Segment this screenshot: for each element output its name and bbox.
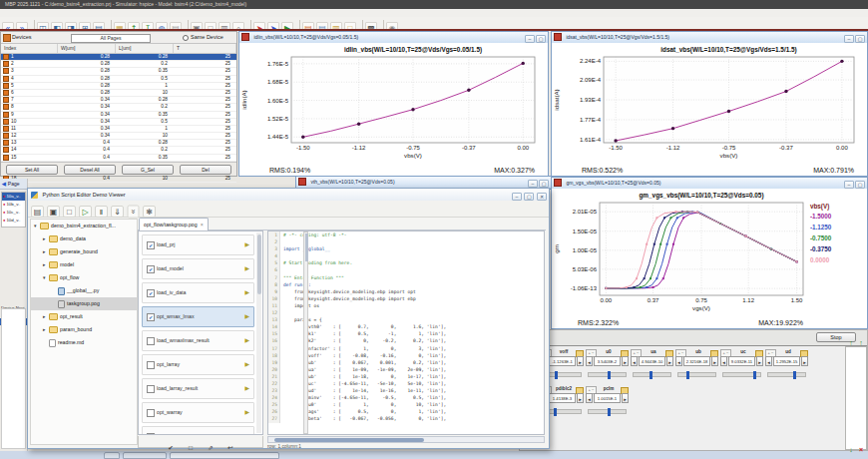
task-checkbox[interactable]: ✔ [147,313,155,321]
table-row[interactable]: 90.340.3525 [1,112,236,119]
table-row[interactable]: 180.41025 [1,176,236,183]
tuner-slider[interactable] [677,372,716,377]
desel-all-button[interactable]: Desel All [64,165,116,175]
task-apply-tasks-icon[interactable]: ✔ [161,442,181,453]
tree-item-generate-bound[interactable]: ▸generate_bound [31,245,137,258]
page-list-item[interactable]: ●10b_v.. [2,201,25,209]
task-load_prj[interactable]: ✔load_prj▶ [142,234,254,255]
collapse-left-icon[interactable]: ◀ [0,181,8,187]
minimize-button[interactable]: – [528,180,538,188]
slider-thumb[interactable] [554,408,557,416]
same-device-radio[interactable] [183,35,189,41]
tuner-decrease-button[interactable]: ◂ [675,356,682,366]
tuner-decrease-button[interactable]: ◂ [586,393,593,403]
move-up-icon[interactable]: ↑ [846,339,856,346]
page-list-item[interactable]: ●10a_v.. [2,193,25,201]
g-sel-button[interactable]: G_Sel [122,165,174,175]
table-row[interactable]: 150.40.3525 [1,155,236,162]
table-row[interactable]: 40.280.525 [1,76,236,83]
task-opt_warray[interactable]: opt_warray▶ [142,402,254,423]
tab-close-icon[interactable]: × [201,222,204,228]
remove-icon[interactable]: × [856,446,866,453]
tree-item-opt-result[interactable]: ▸opt_result [31,310,137,323]
task-load_model[interactable]: ✔load_model▶ [142,258,254,279]
page-list-item[interactable]: ●10d_v.. [2,217,25,225]
table-row[interactable]: 60.281025 [1,90,236,97]
slider-thumb[interactable] [753,371,756,379]
task-checkbox[interactable]: ✔ [147,289,155,297]
slider-thumb[interactable] [793,371,796,379]
run-task-icon[interactable]: ▶ [244,403,249,422]
tuner-increase-button[interactable]: ▸ [577,356,584,366]
task-checkbox[interactable]: ✔ [147,241,155,249]
tuner-increase-button[interactable]: ▸ [801,356,808,366]
tuner-value[interactable]: 4.9443E-10 [639,356,665,366]
table-row[interactable]: 50.28125 [1,83,236,90]
run-task-icon[interactable]: ▶ [244,379,249,398]
move-down-icon[interactable]: ↓ [846,446,856,453]
maximize-button[interactable]: ▢ [855,35,865,43]
code-horizontal-scrollbar[interactable] [267,436,545,443]
slider-thumb[interactable] [650,371,652,379]
table-row[interactable]: 80.340.225 [1,104,236,111]
minimize-button[interactable]: – [844,35,854,43]
run-task-icon[interactable]: ▶ [244,259,249,278]
task-checkbox[interactable]: ✔ [147,265,155,273]
maximize-button[interactable]: ▢ [524,193,534,201]
code-vertical-scrollbar[interactable] [303,231,308,434]
task-opt_larray[interactable]: opt_larray▶ [142,354,254,375]
tree-item-readme-md[interactable]: readme.md [31,336,137,349]
tab-taskgroup[interactable]: opt_flow/taskgroup.pog× [139,218,209,230]
table-row[interactable]: 120.341025 [1,133,236,140]
move-top-icon[interactable]: ↑ [856,339,866,346]
table-row[interactable]: 30.280.3525 [1,68,236,75]
task-undo-tasks-icon[interactable]: ↩ [220,442,240,453]
minimize-button[interactable]: – [512,193,522,201]
editor-settings-icon[interactable]: ✱ [143,206,156,218]
tree-item-model[interactable]: ▸model [31,258,137,271]
tree-item--global-py[interactable]: __global__.py [31,284,137,297]
maximize-button[interactable]: ▢ [855,181,865,189]
editor-new-script-icon[interactable]: □ [63,206,76,218]
task-load_wmaxlmax_result[interactable]: load_wmaxlmax_result▶ [142,330,254,351]
task-export-tasks-icon[interactable]: ⇗ [201,442,220,453]
task-checkbox[interactable] [147,433,155,435]
table-row[interactable]: 20.280.225 [1,61,236,68]
task-opt_wmax_lmax[interactable]: ✔opt_wmax_lmax▶ [142,306,254,327]
slider-thumb[interactable] [555,371,558,379]
tuner-increase-button[interactable]: ▸ [711,356,718,366]
all-pages-select[interactable]: All Pages [71,34,151,43]
tree-item-param-bound[interactable]: ▸param_bound [31,323,137,336]
run-task-icon[interactable]: ▶ [244,307,249,326]
run-task-icon[interactable]: ▶ [244,283,249,302]
run-task-icon[interactable]: ▶ [244,235,249,254]
task-load_iv_data[interactable]: ✔load_iv_data▶ [142,282,254,303]
task-load_larray_result[interactable]: load_larray_result▶ [142,378,254,399]
tuner-increase-button[interactable]: ▸ [756,356,763,366]
tree-item-demo-data[interactable]: ▸demo_data [31,232,137,245]
task-load_warray_result[interactable]: load_warray_result▶ [142,426,254,435]
table-row[interactable]: 140.40.225 [1,147,236,154]
table-row[interactable]: 130.40.2825 [1,140,236,147]
editor-pause-script-icon[interactable]: ‖ [95,206,108,218]
tuner-increase-button[interactable]: ▸ [577,393,584,403]
tuner-value[interactable]: -1.1263E-1 [549,356,576,366]
tuner-increase-button[interactable]: ▸ [666,356,673,366]
set-all-button[interactable]: Set All [6,165,58,175]
slider-thumb[interactable] [686,371,689,379]
tuner-slider[interactable] [722,372,761,377]
task-checkbox[interactable] [147,385,155,393]
tree-item-demo-bsim4-extraction-fl-[interactable]: ▾demo_bsim4_extraction_fl... [31,220,137,232]
page-list-item[interactable]: ●10c_v.. [2,209,25,217]
tuner-decrease-button[interactable]: ◂ [720,356,727,366]
maximize-button[interactable]: ▢ [536,35,546,43]
minimize-button[interactable]: – [844,181,854,189]
close-button[interactable]: ✕ [537,193,547,201]
tuner-slider[interactable] [767,372,806,377]
tuner-value[interactable]: 9.0332E-11 [728,356,755,366]
scrollbar-thumb[interactable] [274,438,424,443]
table-row[interactable]: 100.340.525 [1,119,236,126]
task-checkbox[interactable] [147,361,155,369]
code-editor[interactable]: 1# -*- coding: utf-8 -*-23import __globa… [267,230,545,435]
tuner-decrease-button[interactable]: ◂ [586,356,593,366]
